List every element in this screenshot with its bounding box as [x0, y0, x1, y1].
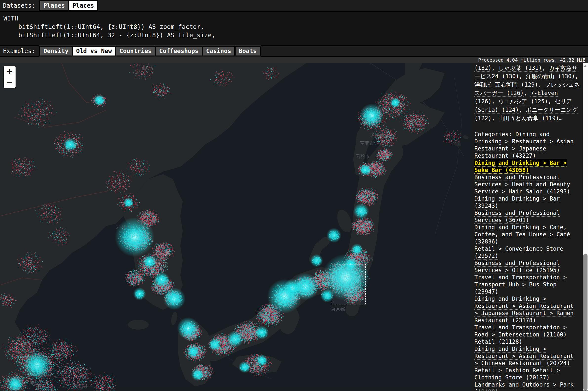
category-link[interactable]: Dining and Drinking > Bar (39243) — [474, 196, 560, 209]
status-bar: Processed 4.04 million rows, 42.32 MiB — [0, 57, 588, 63]
example-buttons: DensityOld vs NewCountriesCoffeeshopsCas… — [39, 45, 261, 57]
example-button-old-vs-new[interactable]: Old vs New — [73, 47, 115, 56]
category-link[interactable]: Retail > Convenience Store (29572) — [474, 245, 563, 259]
main-area: 日立市東京都苫小牧市室蘭市函館市강원도개성시同志市海盐县岱山县 + − (132… — [0, 63, 588, 391]
category-link[interactable]: Dining and Drinking > Cafe, Coffee, and … — [474, 224, 570, 245]
category-link[interactable]: Business and Professional Services (3670… — [474, 210, 560, 223]
brand-link[interactable]: しゃぶ葉 (131) — [498, 65, 542, 71]
example-button-casinos[interactable]: Casinos — [203, 47, 234, 56]
category-link[interactable]: Dining and Drinking > Restaurant > Asian… — [474, 295, 574, 323]
category-list: Categories: Dining and Drinking > Restau… — [474, 131, 580, 391]
category-link[interactable]: Retail > Fashion Retail > Clothing Store… — [474, 367, 560, 381]
map-selection-rect[interactable] — [332, 264, 366, 304]
example-button-boats[interactable]: Boats — [236, 47, 260, 56]
dataset-buttons: PlanesPlaces — [39, 0, 98, 11]
category-link[interactable]: Business and Professional Services > Off… — [474, 260, 560, 273]
zoom-in-button[interactable]: + — [4, 66, 15, 77]
category-link[interactable]: Travel and Transportation > Road > Inter… — [474, 324, 567, 338]
sql-code-line[interactable]: bitShiftLeft(1::UInt64, 32 - {z:UInt8}) … — [3, 31, 588, 39]
zoom-out-button[interactable]: − — [4, 77, 15, 88]
category-link[interactable]: Dining and Drinking > Bar > Sake Bar (43… — [474, 159, 567, 173]
brand-link[interactable]: 山田うどん食堂 (119) — [498, 115, 559, 121]
category-link[interactable]: Dining and Drinking > Restaurant > Asian… — [474, 346, 574, 366]
category-link[interactable]: Landmarks and Outdoors > Park (19498) — [474, 381, 574, 391]
examples-label: Examples: — [3, 48, 35, 55]
dataset-button-planes[interactable]: Planes — [40, 1, 68, 10]
sql-code-line[interactable]: WITH — [3, 14, 588, 23]
sql-code-line[interactable]: bitShiftLeft(1::UInt64, {z:UInt8}) AS zo… — [3, 23, 588, 31]
brand-link[interactable]: 洋麺屋 五右衛門 (129) — [474, 81, 538, 88]
example-button-density[interactable]: Density — [40, 47, 72, 56]
map-zoom-control: + − — [4, 66, 15, 88]
example-button-countries[interactable]: Countries — [116, 47, 155, 56]
brand-link[interactable]: (132) — [474, 65, 491, 71]
app-window: Datasets: PlanesPlaces WITH bitShiftLeft… — [0, 0, 588, 391]
map-canvas[interactable] — [0, 63, 471, 391]
map-viewport[interactable]: 日立市東京都苫小牧市室蘭市函館市강원도개성시同志市海盐县岱山县 + − — [0, 63, 471, 391]
page-scrollbar[interactable] — [583, 63, 588, 391]
scrollbar-thumb[interactable] — [583, 254, 588, 391]
sql-editor[interactable]: WITH bitShiftLeft(1::UInt64, {z:UInt8}) … — [0, 12, 588, 45]
status-text: Processed 4.04 million rows, 42.32 MiB — [478, 57, 586, 63]
stats-sidebar: (132), しゃぶ葉 (131), カギ救急サービス24 (130), 洋服の… — [471, 63, 583, 391]
category-link[interactable]: Retail (21128) — [474, 338, 522, 345]
scrollbar-up-arrow[interactable] — [583, 63, 588, 69]
datasets-label: Datasets: — [3, 2, 35, 9]
brand-list: (132), しゃぶ葉 (131), カギ救急サービス24 (130), 洋服の… — [474, 64, 580, 122]
brand-link[interactable]: 洋服の青山 (130) — [526, 73, 575, 80]
dataset-button-places[interactable]: Places — [69, 1, 97, 10]
categories-label: Categories: — [474, 131, 515, 137]
category-link[interactable]: Travel and Transportation > Transport Hu… — [474, 274, 567, 295]
example-button-coffeeshops[interactable]: Coffeeshops — [156, 47, 202, 56]
category-link[interactable]: Business and Professional Services > Hea… — [474, 174, 570, 195]
datasets-bar: Datasets: PlanesPlaces — [0, 0, 588, 12]
brand-link[interactable]: ウエルシア (125) — [498, 98, 548, 104]
examples-bar: Examples: DensityOld vs NewCountriesCoff… — [0, 45, 588, 57]
